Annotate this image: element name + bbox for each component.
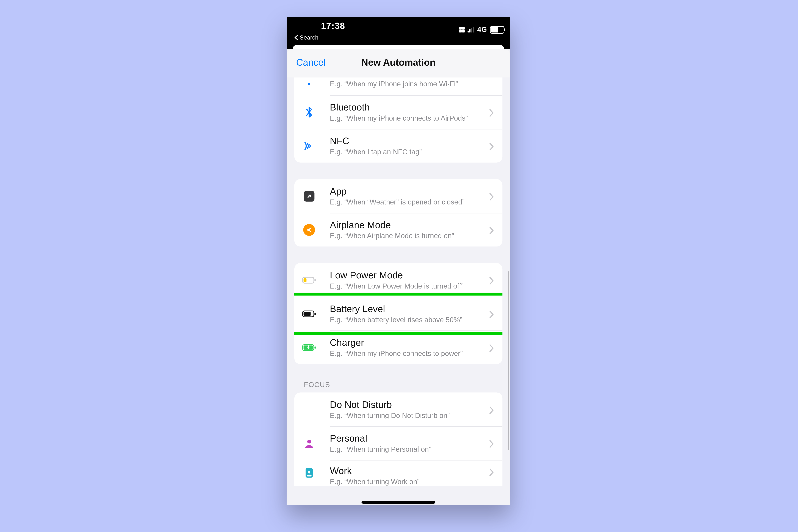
row-subtitle: E.g. “When Airplane Mode is turned on” — [330, 232, 481, 240]
group-system: App E.g. “When “Weather” is opened or cl… — [294, 179, 502, 247]
group-power: Low Power Mode E.g. “When Low Power Mode… — [294, 263, 502, 364]
row-title: Charger — [330, 337, 481, 349]
row-title: Battery Level — [330, 303, 481, 315]
svg-point-0 — [308, 83, 310, 85]
row-subtitle: E.g. “When my iPhone joins home Wi-Fi” — [330, 80, 481, 88]
row-airplane-mode[interactable]: Airplane Mode E.g. “When Airplane Mode i… — [294, 213, 502, 247]
iphone-frame: 17:38 Search 4G Cancel New Automation — [287, 17, 510, 506]
svg-rect-3 — [304, 278, 307, 282]
app-icon — [302, 189, 316, 203]
dnd-moon-icon — [302, 402, 316, 416]
row-subtitle: E.g. “When my iPhone connects to AirPods… — [330, 114, 481, 122]
row-subtitle: E.g. “When turning Personal on” — [330, 445, 481, 453]
row-subtitle: E.g. “When turning Work on” — [330, 478, 481, 486]
chevron-right-icon — [490, 276, 494, 284]
status-back-to-app[interactable]: Search — [294, 34, 319, 41]
status-network: 4G — [477, 25, 487, 34]
scrollbar-indicator — [508, 271, 509, 450]
row-title: Low Power Mode — [330, 269, 481, 281]
row-subtitle: E.g. “When “Weather” is opened or closed… — [330, 198, 481, 206]
row-title: Work — [330, 465, 481, 477]
chevron-right-icon — [490, 108, 494, 116]
home-indicator[interactable] — [361, 500, 435, 504]
section-header-focus: FOCUS — [304, 381, 510, 389]
svg-point-10 — [307, 439, 311, 443]
wifi-icon — [302, 77, 316, 88]
badge-icon — [302, 466, 316, 480]
airplane-icon — [302, 223, 316, 237]
row-bluetooth[interactable]: Bluetooth E.g. “When my iPhone connects … — [294, 95, 502, 129]
back-chevron-icon — [294, 35, 298, 40]
row-title: Personal — [330, 433, 481, 444]
chevron-right-icon — [490, 192, 494, 200]
row-battery-level[interactable]: Battery Level E.g. “When battery level r… — [294, 297, 502, 330]
status-bar: 17:38 Search 4G — [287, 17, 510, 45]
row-nfc[interactable]: NFC E.g. “When I tap an NFC tag” — [294, 129, 502, 163]
modal-header: Cancel New Automation — [287, 49, 510, 78]
row-subtitle: E.g. “When I tap an NFC tag” — [330, 148, 481, 156]
row-title: Airplane Mode — [330, 220, 481, 231]
chevron-right-icon — [490, 310, 494, 318]
sheet-behind-card — [292, 45, 504, 49]
row-charger[interactable]: Charger E.g. “When my iPhone connects to… — [294, 330, 502, 364]
status-back-label: Search — [300, 34, 319, 41]
automation-trigger-list[interactable]: E.g. “When my iPhone joins home Wi-Fi” B… — [287, 77, 510, 506]
row-wifi[interactable]: E.g. “When my iPhone joins home Wi-Fi” — [294, 77, 502, 95]
group-connectivity: E.g. “When my iPhone joins home Wi-Fi” B… — [294, 77, 502, 163]
row-app[interactable]: App E.g. “When “Weather” is opened or cl… — [294, 179, 502, 213]
chevron-right-icon — [490, 142, 494, 150]
row-personal-focus[interactable]: Personal E.g. “When turning Personal on” — [294, 426, 502, 460]
group-focus: Do Not Disturb E.g. “When turning Do Not… — [294, 393, 502, 486]
row-low-power-mode[interactable]: Low Power Mode E.g. “When Low Power Mode… — [294, 263, 502, 297]
row-title: App — [330, 186, 481, 197]
nfc-icon — [302, 139, 316, 153]
svg-rect-5 — [315, 312, 316, 315]
row-subtitle: E.g. “When my iPhone connects to power” — [330, 349, 481, 358]
svg-rect-8 — [315, 346, 316, 348]
svg-rect-13 — [307, 475, 311, 476]
status-time: 17:38 — [321, 21, 345, 31]
row-subtitle: E.g. “When battery level rises above 50%… — [330, 316, 481, 324]
svg-rect-2 — [315, 279, 316, 281]
battery-level-icon — [302, 306, 316, 321]
charger-icon — [302, 340, 316, 354]
row-title: Bluetooth — [330, 101, 481, 114]
row-title: NFC — [330, 135, 481, 147]
modal-title: New Automation — [287, 57, 510, 68]
bluetooth-icon — [302, 105, 316, 119]
signal-dots-icon — [459, 27, 465, 32]
row-title: Do Not Disturb — [330, 399, 481, 411]
battery-icon — [490, 26, 504, 33]
row-work-focus[interactable]: Work E.g. “When turning Work on” — [294, 460, 502, 486]
chevron-right-icon — [490, 405, 494, 413]
svg-point-12 — [308, 471, 310, 474]
chevron-right-icon — [490, 226, 494, 233]
chevron-right-icon — [490, 343, 494, 351]
row-subtitle: E.g. “When Low Power Mode is turned off” — [330, 282, 481, 290]
chevron-right-icon — [490, 468, 494, 475]
row-do-not-disturb[interactable]: Do Not Disturb E.g. “When turning Do Not… — [294, 393, 502, 426]
low-power-icon — [302, 273, 316, 287]
svg-rect-6 — [304, 311, 311, 316]
person-icon — [302, 436, 316, 450]
row-subtitle: E.g. “When turning Do Not Disturb on” — [330, 412, 481, 420]
signal-bars-icon — [468, 26, 474, 33]
chevron-right-icon — [490, 439, 494, 447]
